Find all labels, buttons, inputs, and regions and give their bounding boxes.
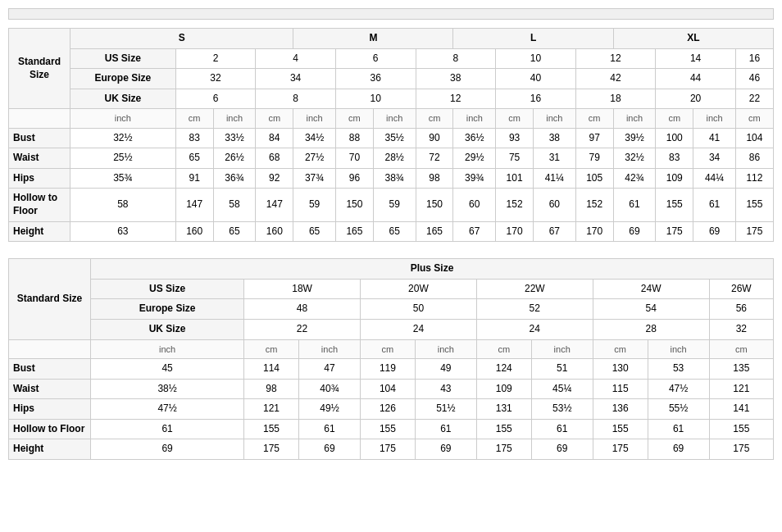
- us-size-label2: US Size: [91, 279, 244, 299]
- measurement-value: 152: [575, 189, 613, 221]
- uk-size-value2: 24: [360, 320, 476, 340]
- measurement-value2: 119: [360, 358, 415, 379]
- measurement-value2: 155: [360, 419, 415, 439]
- measurement-value: 68: [256, 148, 293, 169]
- table-row: Height6316065160651656516567170671706917…: [9, 221, 774, 242]
- measurement-value2: 175: [360, 439, 415, 460]
- measurement-value2: 109: [476, 379, 531, 399]
- plus-size-header: Plus Size: [91, 259, 774, 280]
- measurement-value2: 126: [360, 399, 415, 420]
- uk-size-value: 8: [256, 89, 336, 109]
- measurement-value2: 47½: [648, 379, 709, 399]
- unit-inch: inch: [693, 109, 736, 128]
- measurement-value: 104: [735, 128, 773, 148]
- unit-cm: cm: [735, 109, 773, 128]
- measurement-value: 65: [213, 221, 256, 242]
- measurement-value: 60: [453, 189, 496, 221]
- measurement-value: 112: [735, 168, 773, 189]
- measurement-value2: 53: [648, 358, 709, 379]
- measurement-value2: 49½: [298, 399, 360, 420]
- l-size-header: L: [453, 29, 613, 49]
- measurement-value: 175: [735, 221, 773, 242]
- us-size-label: US Size: [70, 48, 176, 69]
- measurement-value2: 55½: [648, 399, 709, 420]
- uk-size-value: 16: [496, 89, 576, 109]
- measurement-value2: 38½: [91, 379, 244, 399]
- unit2-cm: cm: [709, 339, 773, 358]
- measurement-value: 58: [70, 189, 176, 221]
- measurement-value2: 141: [709, 399, 773, 420]
- measurement-value: 28½: [373, 148, 416, 169]
- measurement-value: 93: [496, 128, 534, 148]
- measurement-value: 105: [575, 168, 613, 189]
- measurement-value: 61: [693, 189, 736, 221]
- measurement-value: 109: [656, 168, 693, 189]
- uk-size-value: 18: [575, 89, 656, 109]
- measurement-value: 97: [575, 128, 613, 148]
- measurement-value: 101: [496, 168, 534, 189]
- measurement-value: 100: [656, 128, 693, 148]
- measurement-label2: Height: [9, 439, 91, 460]
- us-size-value: 14: [656, 48, 736, 69]
- measurement-label2: Hips: [9, 399, 91, 420]
- europe-size-value: 32: [175, 69, 256, 89]
- measurement-value2: 61: [91, 419, 244, 439]
- europe-size-value: 44: [656, 69, 736, 89]
- europe-size-value2: 52: [476, 299, 593, 320]
- measurement-value2: 51½: [415, 399, 476, 420]
- measurement-value2: 121: [709, 379, 773, 399]
- unit2-cm: cm: [360, 339, 415, 358]
- measurement-value: 29½: [453, 148, 496, 169]
- measurement-value2: 69: [531, 439, 593, 460]
- measurement-value: 34: [693, 148, 736, 169]
- measurement-value: 170: [575, 221, 613, 242]
- europe-size-value: 34: [256, 69, 336, 89]
- unit-inch: inch: [534, 109, 576, 128]
- measurement-label: Waist: [9, 148, 70, 169]
- measurement-value: 86: [735, 148, 773, 169]
- measurement-value: 25½: [70, 148, 176, 169]
- measurement-value2: 49: [415, 358, 476, 379]
- measurement-label: Hollow toFloor: [9, 189, 70, 221]
- us-size-value: 6: [335, 48, 416, 69]
- measurement-value: 98: [416, 168, 453, 189]
- m-size-header: M: [293, 29, 453, 49]
- measurement-value: 152: [496, 189, 534, 221]
- table-row: Waist25½6526½6827½7028½7229½75317932½833…: [9, 148, 774, 169]
- measurement-value2: 61: [648, 419, 709, 439]
- measurement-value: 67: [534, 221, 576, 242]
- measurement-value2: 69: [415, 439, 476, 460]
- unit2-cm: cm: [244, 339, 299, 358]
- measurement-value2: 98: [244, 379, 299, 399]
- unit-cm: cm: [175, 109, 213, 128]
- measurement-value2: 40¾: [298, 379, 360, 399]
- measurement-value: 41¼: [534, 168, 576, 189]
- measurement-value2: 47½: [91, 399, 244, 420]
- uk-size-label2: UK Size: [91, 320, 244, 340]
- uk-size-value: 22: [735, 89, 773, 109]
- measurement-value: 38¾: [373, 168, 416, 189]
- us-size-value2: 26W: [709, 279, 773, 299]
- measurement-value: 83: [175, 128, 213, 148]
- chart-title: [8, 8, 774, 20]
- measurement-label: Height: [9, 221, 70, 242]
- measurement-value2: 155: [709, 419, 773, 439]
- uk-size-value2: 24: [476, 320, 593, 340]
- table-row: Bust32½8333½8434½8835½9036½93389739½1004…: [9, 128, 774, 148]
- measurement-value2: 53½: [531, 399, 593, 420]
- table-row: Bust4511447119491245113053135: [9, 358, 774, 379]
- measurement-value: 67: [453, 221, 496, 242]
- measurement-value2: 69: [91, 439, 244, 460]
- unit-inch: inch: [293, 109, 336, 128]
- measurement-value2: 51: [531, 358, 593, 379]
- measurement-label2: Bust: [9, 358, 91, 379]
- xl-size-header: XL: [613, 29, 773, 49]
- measurement-value: 155: [656, 189, 693, 221]
- measurement-value2: 114: [244, 358, 299, 379]
- unit-label-empty2: [9, 339, 91, 358]
- unit-inch: inch: [613, 109, 656, 128]
- measurement-value2: 175: [709, 439, 773, 460]
- measurement-value: 33½: [213, 128, 256, 148]
- measurement-value: 165: [416, 221, 453, 242]
- unit-inch: inch: [213, 109, 256, 128]
